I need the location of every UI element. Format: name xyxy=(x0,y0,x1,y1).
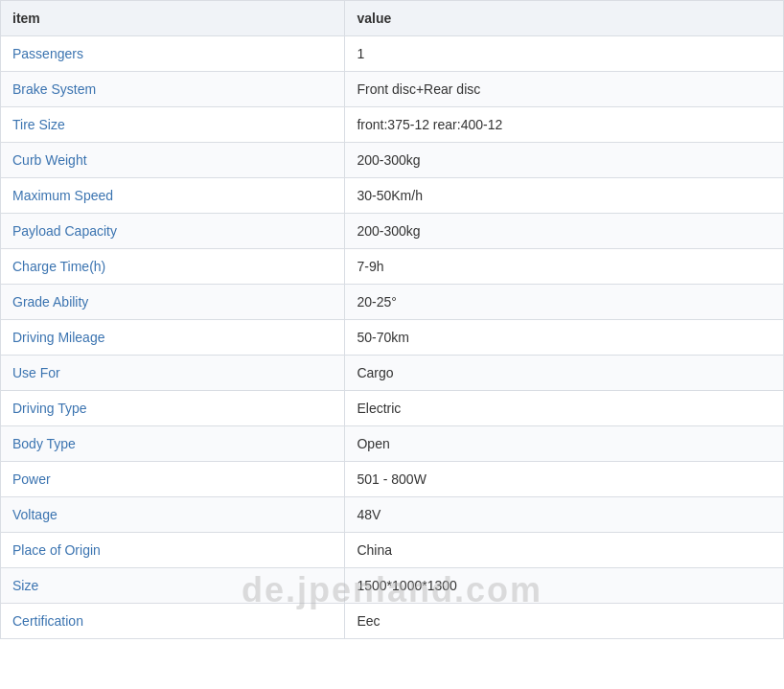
table-row: Charge Time(h)7-9h xyxy=(1,249,784,285)
cell-value: 7-9h xyxy=(345,249,784,285)
cell-value: Cargo xyxy=(345,356,784,391)
cell-item: Driving Mileage xyxy=(1,320,345,356)
cell-item: Body Type xyxy=(1,426,345,462)
cell-item: Use For xyxy=(1,356,345,391)
cell-item: Certification xyxy=(1,604,345,639)
cell-value: Front disc+Rear disc xyxy=(345,72,784,107)
cell-value: China xyxy=(345,533,784,568)
table-row: Brake SystemFront disc+Rear disc xyxy=(1,72,784,107)
cell-value: Eec xyxy=(345,604,784,639)
cell-item: Curb Weight xyxy=(1,143,345,178)
table-row: Driving TypeElectric xyxy=(1,391,784,426)
cell-value: 200-300kg xyxy=(345,214,784,249)
cell-value: 1 xyxy=(345,36,784,72)
cell-item: Voltage xyxy=(1,497,345,533)
cell-item: Place of Origin xyxy=(1,533,345,568)
cell-item: Tire Size xyxy=(1,107,345,143)
cell-value: front:375-12 rear:400-12 xyxy=(345,107,784,143)
table-body: Passengers1Brake SystemFront disc+Rear d… xyxy=(1,36,784,639)
specs-table-container: item value Passengers1Brake SystemFront … xyxy=(0,0,784,639)
cell-value: 50-70km xyxy=(345,320,784,356)
header-item: item xyxy=(1,1,345,36)
specs-table: item value Passengers1Brake SystemFront … xyxy=(0,0,784,639)
table-row: Passengers1 xyxy=(1,36,784,72)
cell-item: Charge Time(h) xyxy=(1,249,345,285)
cell-value: 30-50Km/h xyxy=(345,178,784,214)
header-value: value xyxy=(345,1,784,36)
cell-value: 501 - 800W xyxy=(345,462,784,497)
table-header-row: item value xyxy=(1,1,784,36)
table-row: Payload Capacity200-300kg xyxy=(1,214,784,249)
cell-item: Power xyxy=(1,462,345,497)
table-row: Tire Sizefront:375-12 rear:400-12 xyxy=(1,107,784,143)
cell-item: Size xyxy=(1,568,345,604)
cell-item: Brake System xyxy=(1,72,345,107)
table-row: Power501 - 800W xyxy=(1,462,784,497)
table-row: Use ForCargo xyxy=(1,356,784,391)
table-row: Grade Ability20-25° xyxy=(1,285,784,320)
cell-value: 20-25° xyxy=(345,285,784,320)
cell-item: Maximum Speed xyxy=(1,178,345,214)
cell-item: Grade Ability xyxy=(1,285,345,320)
table-row: Size1500*1000*1300 xyxy=(1,568,784,604)
cell-item: Driving Type xyxy=(1,391,345,426)
cell-value: 48V xyxy=(345,497,784,533)
table-row: CertificationEec xyxy=(1,604,784,639)
table-row: Place of OriginChina xyxy=(1,533,784,568)
table-row: Driving Mileage50-70km xyxy=(1,320,784,356)
cell-value: Open xyxy=(345,426,784,462)
cell-item: Payload Capacity xyxy=(1,214,345,249)
cell-value: Electric xyxy=(345,391,784,426)
cell-value: 200-300kg xyxy=(345,143,784,178)
table-row: Voltage48V xyxy=(1,497,784,533)
cell-item: Passengers xyxy=(1,36,345,72)
table-row: Curb Weight200-300kg xyxy=(1,143,784,178)
table-row: Body TypeOpen xyxy=(1,426,784,462)
table-row: Maximum Speed30-50Km/h xyxy=(1,178,784,214)
cell-value: 1500*1000*1300 xyxy=(345,568,784,604)
